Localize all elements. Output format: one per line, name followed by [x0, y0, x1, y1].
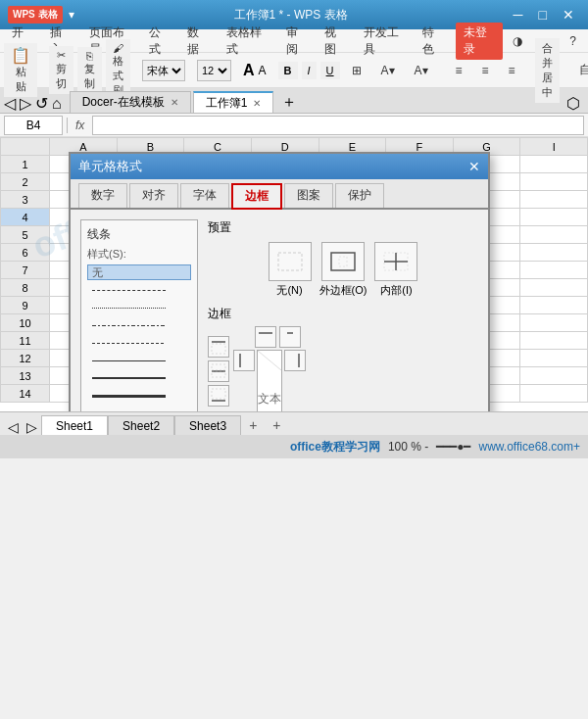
align-left-button[interactable]: ≡ — [448, 62, 470, 79]
nav-back-icon[interactable]: ◁ — [4, 94, 16, 113]
menu-formula[interactable]: 公式 — [141, 23, 177, 60]
border-section-label: 边框 — [208, 306, 478, 322]
italic-button[interactable]: I — [302, 62, 317, 79]
dialog-title: 单元格格式 — [78, 158, 142, 175]
tab-docer-close[interactable]: ✕ — [171, 97, 178, 108]
menu-table-style[interactable]: 表格样式 — [219, 23, 276, 60]
maximize-button[interactable]: □ — [533, 5, 553, 24]
tab-protect[interactable]: 保护 — [335, 183, 384, 208]
tab-workbook-close[interactable]: ✕ — [253, 98, 261, 109]
toolbar-icon1[interactable]: ◑ — [505, 32, 530, 50]
align-right-button[interactable]: ≡ — [501, 62, 523, 79]
nav-reload-icon[interactable]: ↺ — [35, 94, 48, 113]
status-right: office教程学习网 100 % - ━━━●━ www.office68.c… — [290, 439, 580, 455]
line-dash1-option[interactable] — [87, 282, 191, 298]
border-middle-h-button[interactable] — [208, 360, 229, 382]
tab-border[interactable]: 边框 — [231, 183, 282, 210]
line-medium-option[interactable] — [87, 370, 191, 386]
border-bottom-button[interactable] — [208, 385, 229, 407]
login-button[interactable]: 未登录 — [456, 23, 503, 60]
sheet-tab-1[interactable]: Sheet1 — [41, 415, 108, 435]
tab-pattern[interactable]: 图案 — [284, 183, 333, 208]
menu-data[interactable]: 数据 — [179, 23, 216, 60]
line-none-option[interactable]: 无 — [87, 264, 191, 280]
menu-view[interactable]: 视图 — [317, 23, 353, 60]
sheet-tab-2[interactable]: Sheet2 — [108, 415, 174, 435]
merge-center-button[interactable]: 合并居中 — [535, 38, 560, 103]
sheet-tab-3-label: Sheet3 — [189, 419, 226, 433]
line-thick-option[interactable] — [87, 388, 191, 404]
border-right-outer-button[interactable] — [284, 350, 306, 371]
line-dash3-option[interactable] — [87, 317, 191, 333]
line-dash4-option[interactable] — [87, 335, 191, 351]
nav-home-icon[interactable]: ⌂ — [52, 95, 62, 113]
preset-inside-container: 内部(I) — [374, 242, 417, 298]
menu-special[interactable]: 特色 — [415, 23, 451, 60]
preset-none-icon — [276, 251, 304, 272]
preset-outline-button[interactable] — [321, 242, 365, 281]
sheet-nav-left-icon[interactable]: ◁ — [4, 419, 23, 435]
font-decrease-button[interactable]: A — [259, 64, 267, 77]
border-top-outer-button[interactable] — [255, 326, 276, 348]
border-top-icon — [211, 339, 226, 355]
cut-button[interactable]: ✂ 剪切 — [49, 46, 74, 94]
col-header-i[interactable]: I — [520, 138, 588, 156]
add-tab-icon[interactable]: ＋ — [281, 92, 297, 113]
border-left-outer-button[interactable] — [233, 350, 255, 371]
sheet-tab-3[interactable]: Sheet3 — [174, 415, 241, 435]
wps-logo[interactable]: WPS 表格 — [8, 6, 63, 24]
line-dash2-option[interactable] — [87, 300, 191, 315]
menu-review[interactable]: 审阅 — [278, 23, 315, 60]
tab-docer[interactable]: Docer-在线模板 ✕ — [70, 91, 191, 113]
sheet-nav-right-icon[interactable]: ▷ — [23, 419, 41, 435]
line-thin-option[interactable] — [87, 353, 191, 368]
svg-rect-8 — [212, 364, 225, 370]
bold-button[interactable]: B — [278, 62, 298, 79]
paste-button[interactable]: 📋 粘贴 — [4, 43, 37, 97]
border-preview-box[interactable]: 文本 — [257, 350, 282, 411]
cell-reference-input[interactable] — [4, 116, 63, 135]
preset-none-button[interactable] — [269, 242, 312, 281]
nav-forward-icon[interactable]: ▷ — [20, 94, 31, 113]
underline-button[interactable]: U — [320, 62, 340, 79]
none-preset-svg — [276, 251, 304, 272]
border-right-outer-icon — [287, 353, 303, 368]
border-button[interactable]: ⊞ — [344, 62, 369, 79]
border-right-side-buttons — [284, 350, 306, 411]
line-style-options: 无 — [87, 264, 191, 411]
preset-inside-label: 内部(I) — [380, 283, 412, 298]
line-double-option[interactable] — [87, 406, 191, 411]
border-preview-row: 文本 — [233, 350, 306, 411]
border-top-inner-icon — [282, 329, 298, 345]
dialog-close-button[interactable]: ✕ — [468, 159, 480, 174]
add-sheet-button[interactable]: + — [241, 415, 265, 435]
row-header-1: 1 — [1, 156, 50, 173]
font-color-button[interactable]: A▾ — [407, 62, 436, 79]
font-name-select[interactable]: 宋体 — [142, 60, 185, 81]
minimize-button[interactable]: ─ — [508, 5, 529, 24]
border-top-inner-button[interactable] — [279, 326, 301, 348]
tab-font[interactable]: 字体 — [180, 183, 229, 208]
font-increase-button[interactable]: A — [243, 62, 255, 79]
help-icon[interactable]: ? — [562, 32, 584, 50]
formula-bar: fx — [0, 114, 588, 137]
tab-right-icon[interactable]: ⬡ — [566, 94, 580, 113]
align-center-button[interactable]: ≡ — [474, 62, 497, 79]
close-button[interactable]: ✕ — [557, 5, 580, 24]
add-sheet-button-2[interactable]: + — [265, 415, 288, 435]
preset-inside-button[interactable] — [374, 242, 417, 281]
auto-button[interactable]: 自 — [571, 60, 588, 80]
font-size-select[interactable]: 12 — [197, 60, 231, 81]
website-label: office教程学习网 — [290, 439, 380, 455]
formula-input[interactable] — [92, 116, 584, 135]
copy-button[interactable]: ⎘ 复制 — [77, 47, 102, 94]
menu-dev-tools[interactable]: 开发工具 — [356, 23, 414, 60]
sheet-tab-1-label: Sheet1 — [56, 419, 93, 433]
zoom-slider[interactable]: ━━━●━ — [436, 440, 470, 454]
tab-number[interactable]: 数字 — [78, 183, 127, 208]
border-top-button[interactable] — [208, 336, 229, 358]
tab-align[interactable]: 对齐 — [129, 183, 178, 208]
svg-line-17 — [258, 351, 281, 370]
tab-workbook[interactable]: 工作簿1 ✕ — [193, 91, 274, 113]
fill-color-button[interactable]: A▾ — [373, 62, 403, 79]
